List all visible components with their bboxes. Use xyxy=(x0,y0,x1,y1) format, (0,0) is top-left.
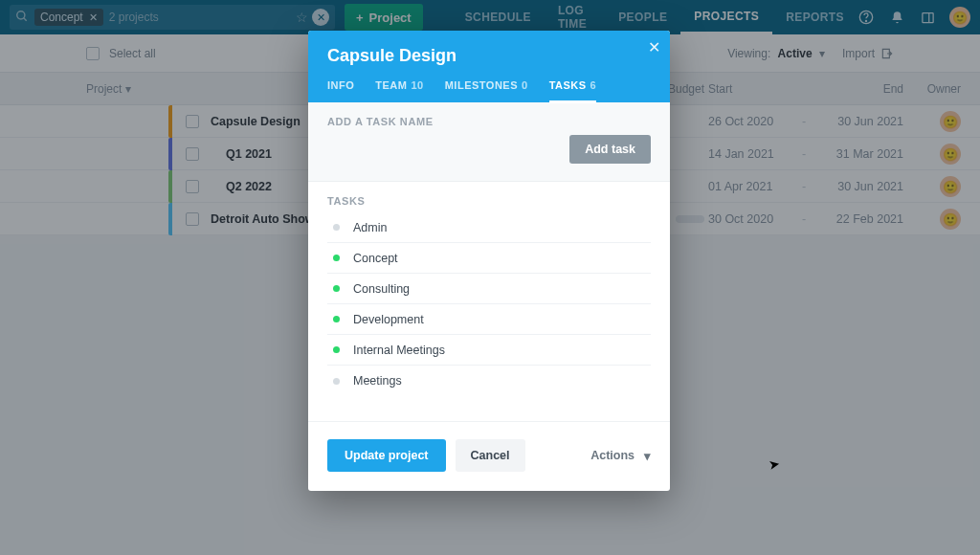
task-name: Admin xyxy=(353,221,387,234)
modal-title: Capsule Design xyxy=(327,46,651,66)
tab-milestones-count: 0 xyxy=(522,79,528,93)
task-row[interactable]: Concept xyxy=(327,243,651,274)
project-modal: ✕ Capsule Design INFO TEAM10 MILESTONES0… xyxy=(308,31,670,491)
task-row[interactable]: Internal Meetings xyxy=(327,335,651,366)
task-status-dot xyxy=(333,378,340,385)
tasks-list-section: TASKS AdminConceptConsultingDevelopmentI… xyxy=(308,182,670,421)
task-status-dot xyxy=(333,346,340,353)
task-name: Concept xyxy=(353,252,398,265)
task-row[interactable]: Admin xyxy=(327,212,651,243)
task-name: Consulting xyxy=(353,282,410,296)
chevron-down-icon: ▾ xyxy=(644,449,651,463)
tab-milestones[interactable]: MILESTONES0 xyxy=(445,79,528,102)
task-name: Internal Meetings xyxy=(353,344,445,357)
tab-info-label: INFO xyxy=(327,79,354,93)
update-project-button[interactable]: Update project xyxy=(327,439,446,472)
tab-tasks-label: TASKS xyxy=(549,79,587,91)
modal-header: ✕ Capsule Design INFO TEAM10 MILESTONES0… xyxy=(308,31,670,102)
tasks-heading: TASKS xyxy=(327,195,651,207)
task-status-dot xyxy=(333,316,340,322)
add-task-section: ADD A TASK NAME Add task xyxy=(308,102,670,182)
modal-footer: Update project Cancel Actions ▾ xyxy=(308,421,670,491)
actions-label: Actions xyxy=(590,449,635,462)
tab-tasks-count: 6 xyxy=(590,79,597,91)
modal-tabs: INFO TEAM10 MILESTONES0 TASKS6 xyxy=(327,79,651,102)
tab-tasks[interactable]: TASKS6 xyxy=(549,79,597,103)
close-icon[interactable]: ✕ xyxy=(648,38,660,56)
task-row[interactable]: Meetings xyxy=(327,366,651,396)
task-status-dot xyxy=(333,255,340,261)
add-task-button[interactable]: Add task xyxy=(569,135,651,164)
actions-dropdown[interactable]: Actions ▾ xyxy=(590,449,651,463)
tab-team-label: TEAM xyxy=(375,79,407,93)
task-row[interactable]: Development xyxy=(327,304,651,335)
tab-team[interactable]: TEAM10 xyxy=(375,79,423,102)
tab-info[interactable]: INFO xyxy=(327,79,354,102)
tab-milestones-label: MILESTONES xyxy=(445,79,518,93)
task-name: Meetings xyxy=(353,374,402,388)
task-status-dot xyxy=(333,285,340,292)
cursor-icon: ➤ xyxy=(768,455,782,473)
task-row[interactable]: Consulting xyxy=(327,274,651,304)
add-task-input[interactable]: ADD A TASK NAME xyxy=(327,116,651,127)
task-status-dot xyxy=(333,224,340,231)
cancel-button[interactable]: Cancel xyxy=(456,439,525,472)
task-name: Development xyxy=(353,313,424,326)
tab-team-count: 10 xyxy=(411,79,423,93)
